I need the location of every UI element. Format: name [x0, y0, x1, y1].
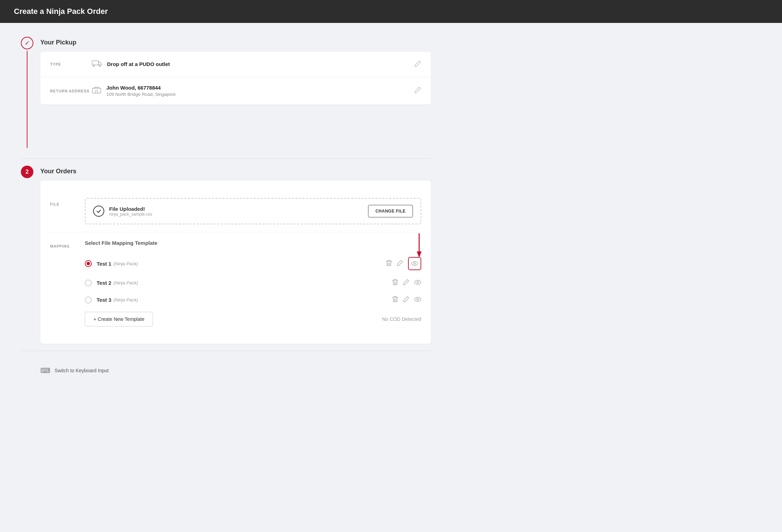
svg-point-6 [412, 261, 418, 266]
delete-icon-1[interactable] [386, 259, 392, 268]
mapping-row: MAPPING Select File Mapping Template Tes… [50, 232, 421, 334]
address-name: John Wood, 66778844 [106, 85, 414, 91]
delete-icon-2[interactable] [392, 279, 398, 287]
mapping-title: Select File Mapping Template [85, 240, 421, 246]
file-name: ninja_pack_sample.csv [109, 212, 152, 217]
step1-line [27, 51, 27, 148]
svg-point-2 [99, 65, 101, 67]
template-name-1: Test 1 [97, 261, 111, 267]
address-detail: 109 North Bridge Road, Singapore [106, 92, 414, 97]
keyboard-label[interactable]: Switch to Keyboard Input [55, 368, 109, 373]
step2-circle: 2 [21, 166, 33, 178]
template-row-1: Test 1 (Ninja Pack) [85, 253, 421, 274]
svg-rect-4 [96, 90, 98, 93]
no-cod-text: No COD Detected [382, 316, 421, 322]
svg-rect-0 [92, 61, 98, 65]
template-name-2: Test 2 [97, 280, 111, 286]
radio-test1[interactable] [85, 260, 92, 267]
template-actions-1 [386, 257, 421, 270]
step2-title: Your Orders [40, 166, 431, 175]
template-actions-2 [392, 279, 421, 287]
type-value: Drop off at a PUDO outlet [107, 61, 170, 67]
truck-icon [92, 59, 102, 69]
step2-content: Your Orders FILE [40, 166, 431, 344]
address-value-container: John Wood, 66778844 109 North Bridge Roa… [106, 85, 414, 97]
template-row-3: Test 3 (Ninja Pack) [85, 291, 421, 308]
step1-container: ✓ Your Pickup TYPE [21, 37, 431, 148]
view-icon-2[interactable] [414, 279, 421, 286]
svg-marker-9 [417, 251, 422, 258]
change-file-button[interactable]: CHANGE FILE [368, 205, 413, 217]
svg-point-1 [93, 65, 95, 67]
file-label: FILE [50, 198, 85, 206]
file-uploaded-text: File Uploaded! [109, 206, 152, 212]
mapping-content: Select File Mapping Template Test 1 (Nin… [85, 240, 421, 326]
step1-content: Your Pickup TYPE Drop off at a PU [40, 37, 431, 111]
radio-test2[interactable] [85, 280, 92, 286]
type-label: TYPE [50, 62, 92, 66]
svg-point-7 [414, 263, 416, 265]
svg-point-11 [417, 282, 419, 283]
step2-indicator: 2 [21, 166, 33, 178]
building-icon [92, 86, 101, 96]
mapping-label: MAPPING [50, 240, 85, 248]
address-label: RETURN ADDRESS [50, 89, 92, 93]
keyboard-icon: ⌨ [40, 366, 50, 375]
delete-icon-3[interactable] [392, 296, 398, 304]
create-template-button[interactable]: + Create New Template [85, 312, 153, 326]
template-actions-3 [392, 296, 421, 304]
template-type-2: (Ninja Pack) [113, 280, 138, 285]
step1-indicator: ✓ [21, 37, 33, 148]
address-edit-icon[interactable] [414, 86, 421, 95]
file-info: File Uploaded! ninja_pack_sample.csv [93, 206, 152, 217]
radio-test3[interactable] [85, 297, 92, 304]
file-text-container: File Uploaded! ninja_pack_sample.csv [109, 206, 152, 217]
template-type-3: (Ninja Pack) [113, 297, 138, 302]
svg-point-10 [415, 280, 421, 284]
svg-point-12 [415, 297, 421, 301]
step1-title: Your Pickup [40, 37, 431, 46]
page-header: Create a Ninja Pack Order [0, 0, 782, 23]
divider [21, 158, 431, 159]
svg-point-13 [417, 299, 419, 300]
template-name-3: Test 3 [97, 297, 111, 303]
type-value-container: Drop off at a PUDO outlet [107, 61, 414, 67]
step1-card: TYPE Drop off at a PUDO outlet [40, 52, 431, 105]
file-row: FILE File Uploaded! [50, 190, 421, 232]
bottom-divider [21, 351, 431, 351]
edit-icon-1[interactable] [397, 260, 403, 268]
step2-card: FILE File Uploaded! [40, 181, 431, 344]
type-row: TYPE Drop off at a PUDO outlet [40, 52, 431, 77]
template-row-2: Test 2 (Ninja Pack) [85, 274, 421, 291]
template-type-1: (Ninja Pack) [113, 261, 138, 266]
address-row: RETURN ADDRESS John Wood, 66778844 109 N… [40, 77, 431, 105]
edit-icon-2[interactable] [403, 279, 409, 287]
create-template-row: + Create New Template No COD Detected [85, 312, 421, 326]
svg-rect-3 [92, 88, 101, 93]
view-icon-3[interactable] [414, 296, 421, 304]
edit-icon-3[interactable] [403, 296, 409, 304]
page-title: Create a Ninja Pack Order [14, 7, 108, 16]
file-upload-box: File Uploaded! ninja_pack_sample.csv CHA… [85, 198, 421, 224]
view-icon-1-highlighted[interactable] [408, 257, 421, 270]
keyboard-row: ⌨ Switch to Keyboard Input [21, 358, 431, 378]
type-edit-icon[interactable] [414, 60, 421, 69]
step2-container: 2 Your Orders FILE [21, 166, 431, 344]
file-check-icon [93, 206, 104, 217]
step1-circle: ✓ [21, 37, 33, 49]
file-content: File Uploaded! ninja_pack_sample.csv CHA… [85, 198, 421, 224]
